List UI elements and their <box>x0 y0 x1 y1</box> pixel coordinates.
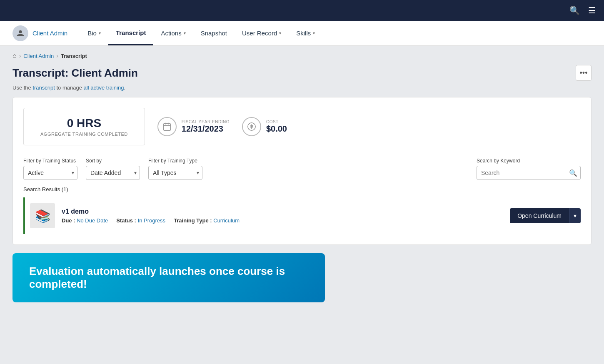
status-meta: Status : In Progress <box>116 217 165 224</box>
evaluation-banner: Evaluation automatically launches once c… <box>12 253 325 302</box>
search-group: Search by Keyword 🔍 <box>477 158 581 180</box>
fiscal-year-value: 12/31/2023 <box>182 124 230 134</box>
more-options-button[interactable]: ••• <box>576 65 592 81</box>
top-bar: 🔍 ☰ <box>0 0 604 21</box>
breadcrumb-sep-1: › <box>19 52 21 59</box>
sort-by-select-wrapper: Date Added Title Status <box>86 166 140 180</box>
skills-chevron-icon: ▾ <box>313 31 315 35</box>
home-icon[interactable]: ⌂ <box>12 52 17 60</box>
status-value: In Progress <box>138 217 165 224</box>
training-status-select[interactable]: Active Completed All <box>23 166 77 180</box>
result-item: 📚 v1 demo Due : No Due Date Status : In … <box>23 197 581 234</box>
type-value: Curriculum <box>213 217 240 224</box>
training-type-select-wrapper: All Types Course Curriculum Task <box>148 166 202 180</box>
svg-point-0 <box>19 30 22 33</box>
avatar <box>12 25 28 41</box>
nav-items: Bio ▾ Transcript Actions ▾ Snapshot User… <box>80 21 322 45</box>
type-meta: Training Type : Curriculum <box>174 217 240 224</box>
banner-text: Evaluation automatically launches once c… <box>29 265 285 290</box>
nav-item-skills[interactable]: Skills ▾ <box>289 21 322 45</box>
training-type-select[interactable]: All Types Course Curriculum Task <box>148 166 202 180</box>
result-meta: Due : No Due Date Status : In Progress T… <box>62 217 503 224</box>
breadcrumb-transcript: Transcript <box>61 53 87 59</box>
book-stack-icon: 📚 <box>35 209 50 223</box>
result-info: v1 demo Due : No Due Date Status : In Pr… <box>62 208 503 224</box>
nav-item-bio[interactable]: Bio ▾ <box>80 21 108 45</box>
training-status-label: Filter by Training Status <box>23 158 77 164</box>
user-nav: Client Admin Bio ▾ Transcript Actions ▾ … <box>0 21 604 46</box>
result-title: v1 demo <box>62 208 503 215</box>
result-thumbnail: 📚 <box>30 203 55 228</box>
sort-by-filter: Sort by Date Added Title Status <box>86 158 140 180</box>
fiscal-year-text: FISCAL YEAR ENDING 12/31/2023 <box>182 120 230 134</box>
active-training-link[interactable]: all active training <box>84 85 124 91</box>
main-card: 0 HRS AGGREGATE TRAINING COMPLETED FISCA… <box>12 97 592 245</box>
stats-row: 0 HRS AGGREGATE TRAINING COMPLETED FISCA… <box>23 108 581 145</box>
search-input[interactable] <box>477 166 581 180</box>
cost-label: COST <box>266 120 287 124</box>
nav-item-actions[interactable]: Actions ▾ <box>153 21 193 45</box>
training-type-filter: Filter by Training Type All Types Course… <box>148 158 202 180</box>
hrs-label: AGGREGATE TRAINING COMPLETED <box>40 132 128 137</box>
transcript-link[interactable]: transcript <box>32 85 55 91</box>
search-label: Search by Keyword <box>477 158 581 164</box>
cost-icon <box>242 117 261 136</box>
hrs-value: 0 HRS <box>40 117 128 130</box>
training-status-select-wrapper: Active Completed All <box>23 166 77 180</box>
menu-icon[interactable]: ☰ <box>588 5 596 15</box>
cost-text: COST $0.00 <box>266 120 287 134</box>
search-results-label: Search Results (1) <box>23 186 581 192</box>
breadcrumb-sep-2: › <box>56 52 58 59</box>
user-name: Client Admin <box>32 30 67 37</box>
actions-chevron-icon: ▾ <box>184 31 186 35</box>
due-meta: Due : No Due Date <box>62 217 108 224</box>
filter-row: Filter by Training Status Active Complet… <box>23 158 581 180</box>
sort-by-select[interactable]: Date Added Title Status <box>86 166 140 180</box>
user-avatar-area: Client Admin <box>12 25 67 41</box>
training-status-filter: Filter by Training Status Active Complet… <box>23 158 77 180</box>
fiscal-year-stat: FISCAL YEAR ENDING 12/31/2023 <box>157 117 230 136</box>
svg-rect-1 <box>164 124 171 131</box>
page-subtitle: Use the transcript to manage all active … <box>0 83 604 97</box>
search-icon[interactable]: 🔍 <box>569 5 580 15</box>
nav-item-snapshot[interactable]: Snapshot <box>193 21 235 45</box>
breadcrumb: ⌂ › Client Admin › Transcript <box>0 46 604 62</box>
sort-by-label: Sort by <box>86 158 140 164</box>
breadcrumb-client-admin[interactable]: Client Admin <box>23 53 54 59</box>
bio-chevron-icon: ▾ <box>99 31 101 35</box>
cost-stat: COST $0.00 <box>242 117 287 136</box>
training-type-label: Filter by Training Type <box>148 158 202 164</box>
search-button[interactable]: 🔍 <box>569 169 577 177</box>
page-title-area: Transcript: Client Admin ••• <box>0 62 604 83</box>
user-record-chevron-icon: ▾ <box>279 31 281 35</box>
due-value: No Due Date <box>77 217 108 224</box>
nav-item-transcript[interactable]: Transcript <box>108 21 154 45</box>
search-input-wrapper: 🔍 <box>477 166 581 180</box>
cost-value: $0.00 <box>266 124 287 134</box>
fiscal-year-label: FISCAL YEAR ENDING <box>182 120 230 124</box>
open-curriculum-btn-group: Open Curriculum ▾ <box>510 208 581 223</box>
calendar-icon <box>157 117 177 136</box>
open-curriculum-dropdown-button[interactable]: ▾ <box>569 208 581 223</box>
aggregate-training-box: 0 HRS AGGREGATE TRAINING COMPLETED <box>23 108 145 145</box>
open-curriculum-button[interactable]: Open Curriculum <box>510 208 569 223</box>
nav-item-user-record[interactable]: User Record ▾ <box>235 21 289 45</box>
page-title: Transcript: Client Admin <box>12 67 138 80</box>
